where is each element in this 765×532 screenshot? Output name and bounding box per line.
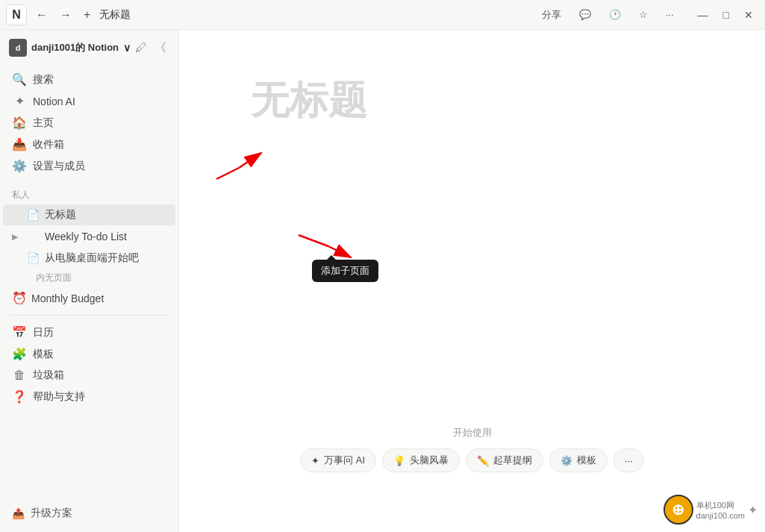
template-label: 模板 <box>33 348 166 361</box>
template-action-button[interactable]: ⚙️ 模板 <box>549 448 608 472</box>
template-action-icon: ⚙️ <box>561 455 572 466</box>
more-button[interactable]: ··· <box>660 6 680 23</box>
sidebar: d danji1001的 Notion ∨ 🖊 《 🔍 搜索 ✦ Notion … <box>0 30 179 532</box>
add-page-button[interactable]: + <box>79 5 95 25</box>
more-actions-icon: ··· <box>625 455 633 466</box>
outline-label: 起草提纲 <box>493 454 532 467</box>
sidebar-item-trash[interactable]: 🗑 垃圾箱 <box>3 365 175 386</box>
title-bar: N ← → + 无标题 分享 💬 🕐 ☆ ··· — □ ✕ <box>0 0 765 30</box>
brainstorm-action-button[interactable]: 💡 头脑风暴 <box>382 448 460 472</box>
window-controls: — □ ✕ <box>692 6 759 24</box>
sidebar-item-help[interactable]: ❓ 帮助与支持 <box>3 386 175 407</box>
comment-button[interactable]: 💬 <box>573 6 597 23</box>
watermark: ⊕ 单机100网 danji100.com ✦ <box>663 495 758 525</box>
settings-label: 设置与成员 <box>33 160 166 173</box>
main-content: 添加子页面 无标题 开始使用 <box>179 30 765 532</box>
start-actions: ✦ 万事问 AI 💡 头脑风暴 ✏️ 起草提纲 ⚙️ 模板 ··· <box>300 448 644 472</box>
brainstorm-label: 头脑风暴 <box>410 454 449 467</box>
collapse-sidebar-button[interactable]: 《 <box>152 37 169 59</box>
notion-ai-label: Notion AI <box>33 96 166 107</box>
workspace-avatar: d <box>9 39 27 57</box>
search-icon: 🔍 <box>12 72 27 87</box>
sidebar-header: d danji1001的 Notion ∨ 🖊 《 <box>0 30 178 66</box>
outline-icon: ✏️ <box>477 455 489 466</box>
history-button[interactable]: 🕐 <box>603 6 627 23</box>
watermark-logo: ⊕ <box>663 495 693 525</box>
title-bar-left: N ← → + 无标题 <box>6 4 131 25</box>
calendar-icon: 📅 <box>12 325 27 339</box>
help-icon: ❓ <box>12 389 27 404</box>
watermark-url: danji100.com <box>696 511 745 520</box>
page-icon: 📄 <box>27 209 40 221</box>
sidebar-item-weekly[interactable]: ▶ Weekly To-do List ··· + <box>3 225 175 248</box>
start-using-section: 开始使用 ✦ 万事问 AI 💡 头脑风暴 ✏️ 起草提纲 ⚙️ 模板 <box>179 426 765 472</box>
monthly-budget-label: Monthly Budget <box>31 292 104 304</box>
ai-action-button[interactable]: ✦ 万事问 AI <box>300 448 376 472</box>
close-button[interactable]: ✕ <box>738 6 759 24</box>
maximize-button[interactable]: □ <box>717 6 735 24</box>
search-label: 搜索 <box>33 73 166 87</box>
desktop-icon: 📄 <box>27 252 40 264</box>
sidebar-item-inbox[interactable]: 📥 收件箱 <box>3 134 175 155</box>
weekly-label: Weekly To-do List <box>45 231 141 242</box>
ai-action-label: 万事问 AI <box>324 454 365 467</box>
back-button[interactable]: ← <box>31 5 52 25</box>
sidebar-item-template[interactable]: 🧩 模板 <box>3 343 175 365</box>
app-body: d danji1001的 Notion ∨ 🖊 《 🔍 搜索 ✦ Notion … <box>0 30 765 532</box>
template-action-label: 模板 <box>577 454 596 467</box>
template-icon: 🧩 <box>12 347 27 361</box>
upgrade-button[interactable]: 📤 升级方案 <box>0 501 178 526</box>
nav-controls: ← → + <box>31 5 95 25</box>
watermark-icon: ✦ <box>748 503 758 517</box>
sidebar-item-calendar[interactable]: 📅 日历 <box>3 322 175 343</box>
untitled-label: 无标题 <box>45 208 169 222</box>
page-title: 无标题 <box>99 8 131 22</box>
sidebar-item-untitled[interactable]: 📄 无标题 <box>3 204 175 225</box>
title-bar-right: 分享 💬 🕐 ☆ ··· — □ ✕ <box>536 5 759 25</box>
workspace-switcher[interactable]: d danji1001的 Notion ∨ <box>9 39 131 57</box>
inbox-icon: 📥 <box>12 137 27 151</box>
outline-action-button[interactable]: ✏️ 起草提纲 <box>466 448 543 472</box>
sidebar-item-monthly-budget[interactable]: ⏰ Monthly Budget <box>3 287 175 309</box>
sidebar-item-search[interactable]: 🔍 搜索 <box>3 69 175 90</box>
start-using-label: 开始使用 <box>453 426 492 439</box>
new-page-button[interactable]: 🖊 <box>132 38 150 57</box>
more-actions-button[interactable]: ··· <box>613 448 644 472</box>
chevron-right-icon: ▶ <box>12 232 24 242</box>
share-button[interactable]: 分享 <box>536 5 567 25</box>
notion-logo: N <box>6 4 27 25</box>
settings-icon: ⚙️ <box>12 159 27 173</box>
workspace-name: danji1001的 Notion <box>31 41 119 54</box>
sidebar-nav: 🔍 搜索 ✦ Notion AI 🏠 主页 📥 收件箱 ⚙️ 设置与成员 <box>0 66 178 180</box>
upgrade-icon: 📤 <box>12 507 25 519</box>
sub-item-label: 内无页面 <box>0 269 178 287</box>
home-label: 主页 <box>33 116 166 130</box>
ai-icon: ✦ <box>12 94 27 108</box>
favorite-button[interactable]: ☆ <box>633 6 654 23</box>
help-label: 帮助与支持 <box>33 390 166 404</box>
inbox-label: 收件箱 <box>33 138 166 151</box>
brainstorm-icon: 💡 <box>393 455 405 466</box>
page-title-placeholder: 无标题 <box>251 75 693 127</box>
sidebar-item-home[interactable]: 🏠 主页 <box>3 112 175 134</box>
forward-button[interactable]: → <box>55 5 76 25</box>
home-icon: 🏠 <box>12 116 27 130</box>
sidebar-item-notion-ai[interactable]: ✦ Notion AI <box>3 90 175 112</box>
monthly-budget-icon: ⏰ <box>12 291 27 305</box>
trash-label: 垃圾箱 <box>33 369 166 382</box>
workspace-dropdown-icon: ∨ <box>123 42 131 54</box>
sidebar-item-desktop[interactable]: 📄 从电脑桌面端开始吧 <box>3 248 175 269</box>
add-child-button[interactable]: + <box>157 229 169 244</box>
more-options-button[interactable]: ··· <box>141 229 156 244</box>
private-section-title: 私人 <box>0 180 178 204</box>
trash-icon: 🗑 <box>12 369 27 382</box>
ai-action-icon: ✦ <box>311 455 319 466</box>
sidebar-item-settings[interactable]: ⚙️ 设置与成员 <box>3 155 175 177</box>
watermark-name: 单机100网 <box>696 500 745 511</box>
upgrade-label: 升级方案 <box>31 507 72 520</box>
minimize-button[interactable]: — <box>692 6 714 24</box>
calendar-label: 日历 <box>33 326 166 339</box>
desktop-label: 从电脑桌面端开始吧 <box>45 251 169 265</box>
sidebar-divider <box>9 315 169 316</box>
